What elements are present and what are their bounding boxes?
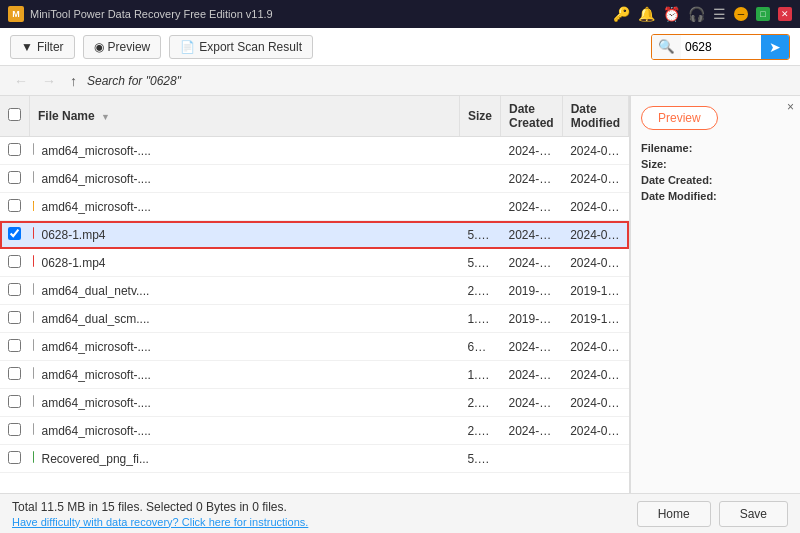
export-button[interactable]: 📄 Export Scan Result (169, 35, 313, 59)
svg-rect-6 (33, 255, 34, 267)
row-checkbox[interactable] (8, 171, 21, 184)
select-all-header[interactable] (0, 96, 30, 137)
row-checkbox[interactable] (8, 451, 21, 464)
back-button[interactable]: ← (10, 71, 32, 91)
row-checkbox[interactable] (8, 227, 21, 240)
filename-info-row: Filename: (641, 142, 790, 154)
up-button[interactable]: ↑ (66, 71, 81, 91)
table-row[interactable]: EXE↩amd64_microsoft-....696 B2024-05-14 … (0, 333, 629, 361)
table-row[interactable]: EXE↩amd64_microsoft-....1.43 KB2024-05-1… (0, 361, 629, 389)
svg-rect-18 (33, 423, 34, 435)
row-checkbox[interactable] (8, 339, 21, 352)
close-button[interactable]: ✕ (778, 7, 792, 21)
file-size-cell: 1.43 KB (459, 361, 500, 389)
minimize-button[interactable]: ─ (734, 7, 748, 21)
preview-icon: ◉ (94, 40, 104, 54)
file-modified-cell: 2024-04-05 16:17:02 (562, 417, 628, 445)
file-modified-cell: 2019-12-07 14:51:59 (562, 277, 628, 305)
table-row[interactable]: PNG↩Recovered_png_fi...5.47 KB (0, 445, 629, 473)
preview-info: Filename: Size: Date Created: Date Modif… (641, 142, 790, 202)
svg-rect-8 (33, 283, 34, 295)
maximize-button[interactable]: □ (756, 7, 770, 21)
file-created-cell: 2024-05-14 13:08:... (500, 137, 562, 165)
headset-icon[interactable]: 🎧 (688, 6, 705, 22)
file-panel: File Name ▼ Size Date Created Date Modif… (0, 96, 630, 493)
file-modified-cell (562, 445, 628, 473)
table-row[interactable]: ↩0628-1.mp45.75 MB2024-06-28 18:29:...20… (0, 221, 629, 249)
file-modified-cell: 2024-04-05 16:17:00 (562, 389, 628, 417)
svg-rect-16 (33, 395, 34, 407)
file-modified-cell: 2024-06-26 10:56:33 (562, 137, 628, 165)
size-label: Size: (641, 158, 667, 170)
file-size-cell: 5.75 MB (459, 249, 500, 277)
file-type-icon: EXE (32, 141, 34, 160)
file-modified-cell: 2024-05-14 14:04:08 (562, 361, 628, 389)
bell-icon[interactable]: 🔔 (638, 6, 655, 22)
file-name-cell: amd64_microsoft-.... (34, 165, 460, 193)
table-row[interactable]: EXE↩amd64_microsoft-....2024-05-14 13:09… (0, 165, 629, 193)
preview-button[interactable]: ◉ Preview (83, 35, 162, 59)
close-preview-button[interactable]: × (787, 100, 794, 114)
date-created-label: Date Created: (641, 174, 713, 186)
forward-button[interactable]: → (38, 71, 60, 91)
file-table-container[interactable]: File Name ▼ Size Date Created Date Modif… (0, 96, 629, 493)
row-checkbox[interactable] (8, 395, 21, 408)
file-modified-cell: 2019-12-07 14:52:05 (562, 305, 628, 333)
table-row[interactable]: EXE↩amd64_microsoft-....2024-05-14 13:08… (0, 137, 629, 165)
row-checkbox[interactable] (8, 199, 21, 212)
file-created-cell: 2024-05-14 13:10:... (500, 193, 562, 221)
search-input[interactable] (681, 40, 761, 54)
export-icon: 📄 (180, 40, 195, 54)
date-modified-label: Date Modified: (641, 190, 717, 202)
preview-media-button[interactable]: Preview (641, 106, 718, 130)
row-checkbox[interactable] (8, 423, 21, 436)
file-size-cell: 5.75 MB (459, 221, 500, 249)
file-name-cell: amd64_microsoft-.... (34, 417, 460, 445)
file-size-cell: 2.74 KB (459, 277, 500, 305)
clock-icon[interactable]: ⏰ (663, 6, 680, 22)
svg-rect-2 (33, 171, 34, 183)
file-size-cell (459, 193, 500, 221)
file-size-cell: 1.48 KB (459, 305, 500, 333)
row-checkbox[interactable] (8, 255, 21, 268)
app-logo: M (8, 6, 24, 22)
file-name-cell: 0628-1.mp4 (34, 221, 460, 249)
date-created-info-row: Date Created: (641, 174, 790, 186)
table-row[interactable]: amd64_microsoft-....2024-05-14 13:10:...… (0, 193, 629, 221)
file-created-cell (500, 445, 562, 473)
size-header[interactable]: Size (459, 96, 500, 137)
file-type-icon: EXE (32, 421, 34, 440)
table-row[interactable]: EXE↩amd64_dual_scm....1.48 KB2019-12-07 … (0, 305, 629, 333)
date-modified-header[interactable]: Date Modified (562, 96, 628, 137)
table-row[interactable]: EXE↩amd64_dual_netv....2.74 KB2019-12-07… (0, 277, 629, 305)
file-created-cell: 2019-12-07 14:52:... (500, 305, 562, 333)
file-modified-cell: 2024-06-26 10:56:45 (562, 193, 628, 221)
file-size-cell (459, 165, 500, 193)
file-created-cell: 2024-05-14 13:08:... (500, 389, 562, 417)
search-go-button[interactable]: ➤ (761, 35, 789, 59)
menu-icon[interactable]: ☰ (713, 6, 726, 22)
file-name-cell: Recovered_png_fi... (34, 445, 460, 473)
svg-rect-4 (33, 227, 34, 239)
date-created-header[interactable]: Date Created (500, 96, 562, 137)
key-icon[interactable]: 🔑 (613, 6, 630, 22)
help-link[interactable]: Have difficulty with data recovery? Clic… (12, 516, 308, 528)
file-name-cell: amd64_dual_scm.... (34, 305, 460, 333)
file-modified-cell: 2024-06-28 18:29:41 (562, 221, 628, 249)
row-checkbox[interactable] (8, 283, 21, 296)
table-row[interactable]: ↩0628-1.mp45.75 MB2024-06-28 18:29:...20… (0, 249, 629, 277)
row-checkbox[interactable] (8, 311, 21, 324)
filename-header[interactable]: File Name ▼ (30, 96, 460, 137)
select-all-checkbox[interactable] (8, 108, 21, 121)
search-icon-btn[interactable]: 🔍 (652, 35, 681, 59)
home-button[interactable]: Home (637, 501, 711, 527)
save-button[interactable]: Save (719, 501, 788, 527)
table-row[interactable]: EXE↩amd64_microsoft-....2.41 KB2024-05-1… (0, 389, 629, 417)
table-row[interactable]: EXE↩amd64_microsoft-....2.15 KB2024-05-1… (0, 417, 629, 445)
file-created-cell: 2024-05-14 13:10:11 (500, 333, 562, 361)
row-checkbox[interactable] (8, 367, 21, 380)
filter-icon: ▼ (21, 40, 33, 54)
row-checkbox[interactable] (8, 143, 21, 156)
filter-button[interactable]: ▼ Filter (10, 35, 75, 59)
file-created-cell: 2024-05-14 13:10:... (500, 417, 562, 445)
